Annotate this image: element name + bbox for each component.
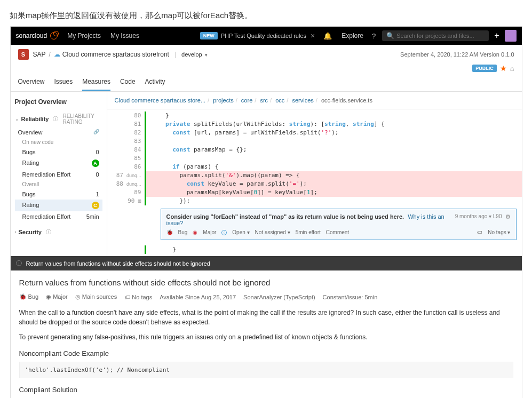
major-icon: ◉	[193, 229, 197, 235]
info-icon: ⓘ	[16, 259, 22, 267]
sidebar-item-overview[interactable]: Overview 🔗	[15, 127, 102, 138]
code-viewer: 80 81 82 83 84 85 86 87dunq... 88dunq...…	[107, 109, 522, 256]
assignee[interactable]: Not assigned ▾	[255, 229, 290, 235]
org-name[interactable]: SAP	[33, 51, 46, 58]
chevron-down-icon: ⌄	[15, 116, 19, 122]
sidebar-item-remediation-new[interactable]: Remediation Effort0	[15, 169, 102, 180]
code-line: const keyValue = param.split('=');	[145, 180, 522, 188]
issue-marker-icon[interactable]: ⊞	[138, 197, 141, 205]
help-icon[interactable]: ?	[372, 32, 376, 40]
rule-detail: Return values from functions without sid…	[11, 270, 522, 398]
chevron-down-icon: ▾	[205, 52, 208, 58]
tab-measures[interactable]: Measures	[82, 75, 110, 91]
status-open[interactable]: Open ▾	[232, 229, 249, 235]
rule-bar: ⓘ Return values from functions without s…	[11, 256, 522, 270]
bell-icon[interactable]: 🔔	[323, 32, 332, 40]
close-icon[interactable]: ×	[311, 31, 315, 40]
subsection-new: On new code	[15, 138, 102, 147]
tab-activity[interactable]: Activity	[145, 75, 165, 91]
severity-major[interactable]: Major	[203, 229, 216, 235]
main: Project Overview ⌄ Reliability ⓘ RELIABI…	[11, 92, 522, 256]
crumb-1[interactable]: projects	[213, 97, 234, 104]
crumb-current: occ-fields.service.ts	[321, 97, 372, 104]
tag-icon: 🏷	[124, 294, 130, 300]
code-noncompliant: 'hello'.lastIndexOf('e'); // Noncomplian…	[19, 362, 513, 378]
project-meta: September 4, 2020, 11:22 AM Version 0.1.…	[400, 51, 514, 58]
tabs: Overview Issues Measures Code Activity	[18, 75, 514, 91]
nav-my-projects[interactable]: My Projects	[67, 32, 101, 39]
rating-a-badge: A	[92, 160, 99, 167]
sidebar-item-bugs-new[interactable]: Bugs0	[15, 147, 102, 157]
separator: /	[49, 51, 51, 58]
project-header: S SAP / ☁ Cloud commerce spartacus store…	[11, 45, 522, 92]
sidebar-item-rating-new[interactable]: RatingA	[15, 157, 102, 169]
code-line: const [url, params] = urlWithFields.spli…	[145, 129, 522, 137]
issue-meta-right: 9 months ago ▾ L90	[455, 213, 502, 219]
link-icon: 🔗	[93, 129, 99, 136]
nav-explore[interactable]: Explore	[342, 32, 363, 39]
sidebar-item-bugs-all[interactable]: Bugs1	[15, 189, 102, 200]
code-line	[145, 154, 522, 163]
tag-icon: 🏷	[477, 229, 482, 235]
detail-title: Return values from functions without sid…	[19, 278, 513, 287]
breadcrumb: Cloud commerce spartacus store.../ proje…	[107, 92, 522, 109]
promo-text[interactable]: PHP Test Quality dedicated rules	[221, 33, 306, 39]
search-input[interactable]	[396, 33, 485, 39]
tab-issues[interactable]: Issues	[54, 75, 73, 91]
detail-meta: 🐞 Bug ◉ Major ◎ Main sources 🏷 No tags A…	[19, 293, 513, 300]
project-icon: ☁	[54, 51, 60, 58]
home-icon[interactable]: ⌂	[510, 65, 514, 73]
star-icon[interactable]: ★	[500, 64, 507, 73]
scope-icon: ◎	[75, 293, 81, 300]
section-reliability[interactable]: ⌄ Reliability ⓘ RELIABILITY RATING	[15, 111, 102, 127]
sidebar: Project Overview ⌄ Reliability ⓘ RELIABI…	[11, 92, 107, 256]
crumb-2[interactable]: core	[241, 97, 252, 104]
sidebar-item-rating-all[interactable]: RatingC	[15, 200, 102, 211]
new-badge: NEW	[200, 32, 218, 39]
bug-icon: 🐞	[19, 293, 27, 300]
topbar: sonarcloud My Projects My Issues NEW PHP…	[11, 27, 522, 45]
tags[interactable]: No tags ▾	[488, 229, 510, 235]
h-noncompliant: Noncompliant Code Example	[19, 349, 513, 357]
detail-p2: To prevent generating any false-positive…	[19, 332, 513, 342]
code-line: private splitFields(urlWithFields: strin…	[145, 120, 522, 129]
rule-title: Return values from functions without sid…	[26, 260, 210, 267]
search-wrap[interactable]: 🔍	[382, 30, 489, 41]
tab-overview[interactable]: Overview	[18, 75, 45, 91]
hint-icon: ⓘ	[46, 228, 51, 236]
logo-icon	[50, 32, 58, 39]
filter-icon[interactable]: ⚙	[505, 213, 511, 220]
code-line: paramsMap[keyValue[0]] = keyValue[1];	[145, 188, 522, 197]
project-name[interactable]: Cloud commerce spartacus storefront	[62, 51, 169, 58]
sidebar-item-remediation-all[interactable]: Remediation Effort5min	[15, 211, 102, 222]
branch-selector[interactable]: develop ▾	[181, 51, 208, 58]
chevron-right-icon: ›	[15, 229, 17, 235]
tab-code[interactable]: Code	[120, 75, 136, 91]
type-bug[interactable]: Bug	[178, 229, 188, 235]
avatar[interactable]	[505, 30, 517, 42]
code-line: const paramsMap = {};	[145, 146, 522, 154]
section-security[interactable]: › Security ⓘ	[15, 226, 102, 238]
search-icon: 🔍	[386, 32, 394, 39]
code-line	[145, 137, 522, 146]
nav-my-issues[interactable]: My Issues	[110, 32, 139, 39]
logo[interactable]: sonarcloud	[16, 32, 47, 39]
comment-link[interactable]: Comment	[326, 229, 349, 235]
issue-box: Consider using "forEach" instead of "map…	[161, 209, 517, 240]
public-badge: PUBLIC	[472, 65, 497, 72]
org-badge: S	[18, 49, 29, 60]
code-line: params.split('&').map((param) => {	[145, 171, 522, 180]
code-line: }	[145, 112, 522, 120]
crumb-0[interactable]: Cloud commerce spartacus store...	[115, 97, 206, 104]
gutter: 80 81 82 83 84 85 86 87dunq... 88dunq...…	[107, 109, 145, 256]
crumb-4[interactable]: occ	[275, 97, 284, 104]
code-line: });	[145, 197, 522, 205]
intro-text: 如果map操作里的返回值没有被使用，那么map可以被forEach替换。	[0, 0, 532, 26]
subsection-overall: Overall	[15, 180, 102, 189]
crumb-5[interactable]: services	[292, 97, 313, 104]
crumb-3[interactable]: src	[260, 97, 268, 104]
detail-p1: When the call to a function doesn't have…	[19, 308, 513, 327]
add-button[interactable]: +	[494, 31, 499, 41]
h-compliant: Compliant Solution	[19, 386, 513, 394]
code-line: }	[145, 245, 522, 254]
